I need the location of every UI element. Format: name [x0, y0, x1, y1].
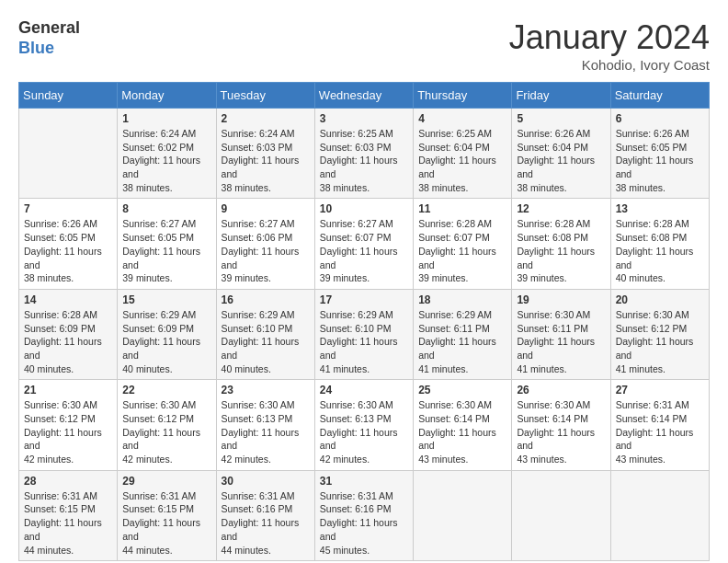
cell-content: Sunrise: 6:24 AMSunset: 6:03 PMDaylight:… — [222, 127, 310, 194]
sunrise-text: Sunrise: 6:27 AM — [122, 217, 210, 231]
sunrise-text: Sunrise: 6:28 AM — [517, 217, 605, 231]
day-number: 11 — [418, 202, 506, 215]
day-number: 31 — [320, 475, 408, 488]
daylight-text: Daylight: 11 hours and40 minutes. — [24, 335, 112, 375]
cell-content: Sunrise: 6:31 AMSunset: 6:15 PMDaylight:… — [122, 489, 210, 557]
day-number: 30 — [222, 475, 310, 488]
calendar-cell: 16Sunrise: 6:29 AMSunset: 6:10 PMDayligh… — [216, 289, 314, 379]
cell-content: Sunrise: 6:30 AMSunset: 6:12 PMDaylight:… — [24, 398, 112, 465]
calendar-week-3: 14Sunrise: 6:28 AMSunset: 6:09 PMDayligh… — [19, 289, 710, 379]
calendar-cell: 18Sunrise: 6:29 AMSunset: 6:11 PMDayligh… — [414, 289, 512, 379]
calendar-cell: 14Sunrise: 6:28 AMSunset: 6:09 PMDayligh… — [19, 289, 118, 379]
sunset-text: Sunset: 6:14 PM — [418, 412, 506, 426]
calendar-cell: 15Sunrise: 6:29 AMSunset: 6:09 PMDayligh… — [118, 289, 216, 379]
sunrise-text: Sunrise: 6:29 AM — [222, 308, 310, 322]
cell-content: Sunrise: 6:31 AMSunset: 6:14 PMDaylight:… — [616, 398, 704, 465]
calendar-table: SundayMondayTuesdayWednesdayThursdayFrid… — [18, 82, 710, 561]
calendar-week-4: 21Sunrise: 6:30 AMSunset: 6:12 PMDayligh… — [19, 380, 710, 470]
sunrise-text: Sunrise: 6:28 AM — [418, 217, 506, 231]
cell-content: Sunrise: 6:30 AMSunset: 6:13 PMDaylight:… — [320, 398, 408, 465]
sunrise-text: Sunrise: 6:27 AM — [222, 217, 310, 231]
weekday-header-saturday: Saturday — [610, 83, 709, 109]
cell-content: Sunrise: 6:31 AMSunset: 6:15 PMDaylight:… — [24, 489, 112, 557]
day-number: 25 — [418, 384, 506, 396]
daylight-text: Daylight: 11 hours and38 minutes. — [24, 245, 112, 285]
day-number: 13 — [616, 202, 704, 215]
day-number: 19 — [517, 293, 605, 306]
day-number: 15 — [122, 293, 210, 306]
calendar-cell: 7Sunrise: 6:26 AMSunset: 6:05 PMDaylight… — [19, 199, 118, 289]
daylight-text: Daylight: 11 hours and45 minutes. — [320, 516, 408, 557]
sunset-text: Sunset: 6:08 PM — [517, 231, 605, 245]
daylight-text: Daylight: 11 hours and38 minutes. — [320, 154, 408, 194]
month-title: January 2024 — [509, 18, 710, 57]
sunset-text: Sunset: 6:03 PM — [222, 141, 310, 155]
day-number: 14 — [24, 293, 112, 306]
day-number: 18 — [418, 293, 506, 306]
day-number: 27 — [616, 384, 704, 396]
day-number: 29 — [122, 475, 210, 488]
sunset-text: Sunset: 6:15 PM — [24, 502, 112, 516]
sunset-text: Sunset: 6:07 PM — [418, 231, 506, 245]
sunset-text: Sunset: 6:16 PM — [320, 502, 408, 516]
calendar-cell: 2Sunrise: 6:24 AMSunset: 6:03 PMDaylight… — [216, 109, 314, 199]
calendar-cell: 31Sunrise: 6:31 AMSunset: 6:16 PMDayligh… — [314, 470, 413, 560]
calendar-cell: 6Sunrise: 6:26 AMSunset: 6:05 PMDaylight… — [610, 109, 709, 199]
day-number: 8 — [122, 202, 210, 215]
daylight-text: Daylight: 11 hours and42 minutes. — [222, 426, 310, 466]
sunrise-text: Sunrise: 6:28 AM — [616, 217, 704, 231]
daylight-text: Daylight: 11 hours and41 minutes. — [616, 335, 704, 375]
calendar-cell — [414, 470, 512, 560]
cell-content: Sunrise: 6:31 AMSunset: 6:16 PMDaylight:… — [222, 489, 310, 557]
cell-content: Sunrise: 6:30 AMSunset: 6:11 PMDaylight:… — [517, 308, 605, 375]
day-number: 3 — [320, 112, 408, 125]
day-number: 23 — [222, 384, 310, 396]
day-number: 20 — [616, 293, 704, 306]
sunrise-text: Sunrise: 6:26 AM — [24, 217, 112, 231]
sunrise-text: Sunrise: 6:31 AM — [616, 398, 704, 412]
sunset-text: Sunset: 6:05 PM — [24, 231, 112, 245]
calendar-cell: 29Sunrise: 6:31 AMSunset: 6:15 PMDayligh… — [118, 470, 216, 560]
day-number: 21 — [24, 384, 112, 396]
sunset-text: Sunset: 6:14 PM — [517, 412, 605, 426]
cell-content: Sunrise: 6:29 AMSunset: 6:10 PMDaylight:… — [320, 308, 408, 375]
calendar-cell: 11Sunrise: 6:28 AMSunset: 6:07 PMDayligh… — [414, 199, 512, 289]
day-number: 10 — [320, 202, 408, 215]
title-block: January 2024 Kohodio, Ivory Coast — [509, 18, 710, 73]
sunrise-text: Sunrise: 6:25 AM — [418, 127, 506, 141]
location: Kohodio, Ivory Coast — [509, 57, 710, 73]
calendar-cell: 27Sunrise: 6:31 AMSunset: 6:14 PMDayligh… — [610, 380, 709, 470]
calendar-week-1: 1Sunrise: 6:24 AMSunset: 6:02 PMDaylight… — [19, 109, 710, 199]
sunrise-text: Sunrise: 6:25 AM — [320, 127, 408, 141]
daylight-text: Daylight: 11 hours and40 minutes. — [222, 335, 310, 375]
sunset-text: Sunset: 6:13 PM — [222, 412, 310, 426]
calendar-cell: 9Sunrise: 6:27 AMSunset: 6:06 PMDaylight… — [216, 199, 314, 289]
cell-content: Sunrise: 6:30 AMSunset: 6:13 PMDaylight:… — [222, 398, 310, 465]
sunrise-text: Sunrise: 6:29 AM — [418, 308, 506, 322]
sunrise-text: Sunrise: 6:30 AM — [517, 398, 605, 412]
weekday-header-friday: Friday — [512, 83, 610, 109]
calendar-cell: 10Sunrise: 6:27 AMSunset: 6:07 PMDayligh… — [314, 199, 413, 289]
cell-content: Sunrise: 6:28 AMSunset: 6:07 PMDaylight:… — [418, 217, 506, 284]
weekday-header-tuesday: Tuesday — [216, 83, 314, 109]
sunrise-text: Sunrise: 6:30 AM — [320, 398, 408, 412]
daylight-text: Daylight: 11 hours and38 minutes. — [616, 154, 704, 194]
daylight-text: Daylight: 11 hours and42 minutes. — [24, 426, 112, 466]
day-number: 22 — [122, 384, 210, 396]
sunrise-text: Sunrise: 6:24 AM — [122, 127, 210, 141]
daylight-text: Daylight: 11 hours and44 minutes. — [122, 516, 210, 557]
daylight-text: Daylight: 11 hours and39 minutes. — [222, 245, 310, 285]
cell-content: Sunrise: 6:25 AMSunset: 6:04 PMDaylight:… — [418, 127, 506, 194]
sunrise-text: Sunrise: 6:30 AM — [517, 308, 605, 322]
cell-content: Sunrise: 6:30 AMSunset: 6:14 PMDaylight:… — [517, 398, 605, 465]
daylight-text: Daylight: 11 hours and44 minutes. — [222, 516, 310, 557]
day-number: 16 — [222, 293, 310, 306]
sunset-text: Sunset: 6:08 PM — [616, 231, 704, 245]
daylight-text: Daylight: 11 hours and43 minutes. — [418, 426, 506, 466]
cell-content: Sunrise: 6:27 AMSunset: 6:06 PMDaylight:… — [222, 217, 310, 284]
cell-content: Sunrise: 6:29 AMSunset: 6:11 PMDaylight:… — [418, 308, 506, 375]
calendar-cell: 5Sunrise: 6:26 AMSunset: 6:04 PMDaylight… — [512, 109, 610, 199]
sunset-text: Sunset: 6:06 PM — [222, 231, 310, 245]
calendar-cell: 13Sunrise: 6:28 AMSunset: 6:08 PMDayligh… — [610, 199, 709, 289]
calendar-cell: 22Sunrise: 6:30 AMSunset: 6:12 PMDayligh… — [118, 380, 216, 470]
